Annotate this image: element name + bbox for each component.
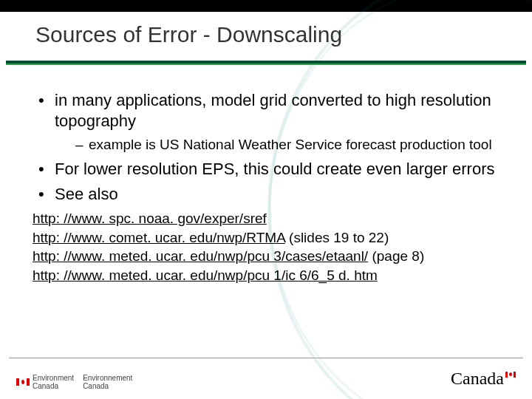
- link-2[interactable]: http: //www. comet. ucar. edu/nwp/RTMA: [33, 230, 285, 245]
- slide-footer: Environment Canada Environnement Canada …: [0, 358, 532, 399]
- bullet-2: For lower resolution EPS, this could cre…: [33, 159, 510, 180]
- link-4[interactable]: http: //www. meted. ucar. edu/nwp/pcu 1/…: [33, 267, 378, 283]
- link-3[interactable]: http: //www. meted. ucar. edu/nwp/pcu 3/…: [33, 248, 368, 264]
- sub-bullet-1: example is US National Weather Service f…: [55, 136, 510, 154]
- slide-body: in many applications, model grid convert…: [33, 90, 510, 285]
- can-en: Canada: [33, 382, 74, 390]
- slide-title: Sources of Error - Downscaling: [35, 22, 342, 47]
- link-line-1: http: //www. spc. noaa. gov/exper/sref: [33, 209, 510, 228]
- env-fr: Environnement: [83, 374, 132, 382]
- bullet-1-text: in many applications, model grid convert…: [55, 91, 491, 130]
- bullet-list: in many applications, model grid convert…: [33, 90, 510, 205]
- canada-flag-icon: [505, 372, 516, 378]
- links-block: http: //www. spc. noaa. gov/exper/sref h…: [33, 209, 510, 285]
- bullet-3: See also: [33, 184, 510, 205]
- title-divider: [6, 61, 526, 65]
- dept-french: Environnement Canada: [83, 374, 132, 390]
- wordmark-text: Canada: [451, 369, 504, 389]
- link-3-suffix: (page 8): [368, 248, 424, 264]
- presentation-slide: Sources of Error - Downscaling in many a…: [0, 0, 532, 399]
- link-2-suffix: (slides 19 to 22): [285, 230, 389, 245]
- link-line-4: http: //www. meted. ucar. edu/nwp/pcu 1/…: [33, 266, 510, 285]
- sub-list-1: example is US National Weather Service f…: [55, 136, 510, 154]
- bullet-1: in many applications, model grid convert…: [33, 90, 510, 154]
- canada-wordmark: Canada: [451, 369, 516, 389]
- dept-english: Environment Canada: [33, 374, 74, 390]
- link-line-2: http: //www. comet. ucar. edu/nwp/RTMA (…: [33, 228, 510, 248]
- can-fr: Canada: [83, 382, 132, 390]
- env-en: Environment: [33, 374, 74, 382]
- gov-signature: Environment Canada Environnement Canada: [16, 374, 141, 390]
- link-1[interactable]: http: //www. spc. noaa. gov/exper/sref: [33, 211, 267, 226]
- top-strip: [0, 0, 532, 12]
- link-line-3: http: //www. meted. ucar. edu/nwp/pcu 3/…: [33, 247, 510, 266]
- canada-flag-icon: [16, 378, 30, 386]
- footer-divider: [9, 358, 523, 358]
